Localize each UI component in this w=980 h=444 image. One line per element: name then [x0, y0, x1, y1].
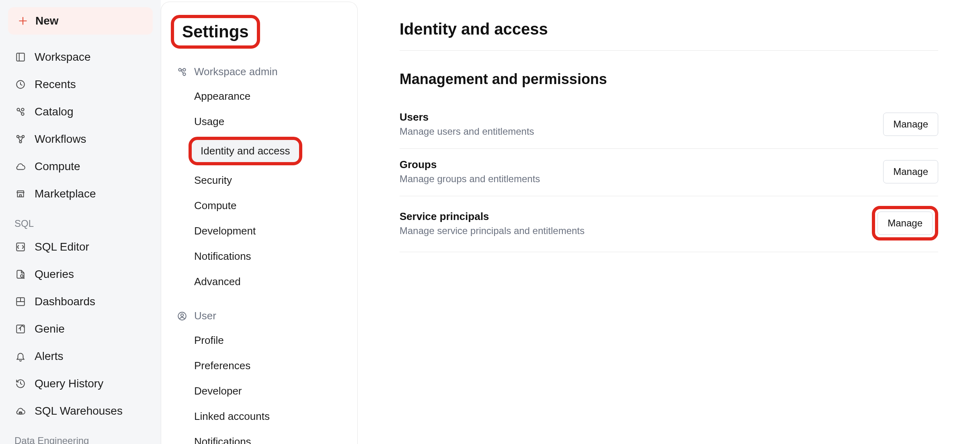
- settings-sidebar: Settings Workspace admin Appearance Usag…: [161, 2, 358, 444]
- manage-service-principals-button[interactable]: Manage: [877, 212, 933, 235]
- sidebar-item-label: Workflows: [35, 133, 86, 146]
- workspace-icon: [14, 52, 27, 62]
- sidebar-group-sql: SQL: [8, 209, 153, 232]
- settings-title-highlight: Settings: [171, 15, 260, 49]
- sidebar-group-data-engineering: Data Engineering: [8, 426, 153, 444]
- warehouse-icon: [14, 406, 27, 416]
- svg-point-7: [21, 108, 24, 111]
- sidebar-item-workspace[interactable]: Workspace: [8, 45, 153, 69]
- sidebar-item-sql-warehouses[interactable]: SQL Warehouses: [8, 399, 153, 423]
- sidebar-item-label: SQL Editor: [35, 240, 89, 253]
- divider: [400, 50, 938, 51]
- clock-icon: [14, 79, 27, 90]
- sidebar-item-label: Alerts: [35, 350, 64, 363]
- sidebar-item-workflows[interactable]: Workflows: [8, 127, 153, 151]
- settings-item-notifications[interactable]: Notifications: [172, 244, 346, 269]
- sidebar-item-label: Query History: [35, 377, 103, 390]
- sidebar-item-queries[interactable]: Queries: [8, 262, 153, 286]
- mgmt-row-title: Users: [400, 111, 534, 123]
- sidebar-item-marketplace[interactable]: Marketplace: [8, 182, 153, 206]
- sidebar-item-label: Genie: [35, 323, 65, 335]
- settings-item-profile[interactable]: Profile: [172, 328, 346, 353]
- workflows-icon: [14, 134, 27, 144]
- settings-item-usage[interactable]: Usage: [172, 109, 346, 134]
- sidebar-primary: New Workspace Recents Catalog Workflows: [0, 0, 161, 444]
- mgmt-row-title: Service principals: [400, 210, 584, 223]
- settings-section-label: User: [194, 310, 216, 322]
- catalog-icon: [14, 107, 27, 117]
- settings-item-advanced[interactable]: Advanced: [172, 269, 346, 294]
- svg-point-25: [183, 68, 186, 71]
- settings-section-label: Workspace admin: [194, 66, 278, 78]
- sidebar-item-dashboards[interactable]: Dashboards: [8, 290, 153, 314]
- settings-item-security[interactable]: Security: [172, 168, 346, 193]
- history-icon: [14, 378, 27, 389]
- sidebar-item-label: Dashboards: [35, 295, 95, 308]
- svg-point-13: [21, 275, 23, 278]
- user-icon: [176, 311, 188, 321]
- mgmt-row-desc: Manage users and entitlements: [400, 126, 534, 137]
- settings-item-developer[interactable]: Developer: [172, 378, 346, 404]
- sidebar-item-label: Marketplace: [35, 187, 96, 200]
- settings-item-appearance[interactable]: Appearance: [172, 84, 346, 109]
- sidebar-item-sql-editor[interactable]: SQL Editor: [8, 235, 153, 259]
- section-title: Management and permissions: [400, 71, 938, 88]
- sidebar-item-label: Catalog: [35, 105, 74, 118]
- settings-section-workspace-admin: Workspace admin: [172, 60, 346, 84]
- page-title: Identity and access: [400, 20, 938, 38]
- settings-item-user-notifications[interactable]: Notifications: [172, 429, 346, 444]
- manage-service-principals-highlight: Manage: [872, 206, 938, 240]
- mgmt-row-service-principals: Service principals Manage service princi…: [400, 196, 938, 252]
- settings-item-label: Identity and access: [201, 145, 290, 157]
- sidebar-item-label: Recents: [35, 78, 76, 91]
- manage-users-button[interactable]: Manage: [883, 113, 938, 136]
- sidebar-item-compute[interactable]: Compute: [8, 154, 153, 179]
- settings-item-development[interactable]: Development: [172, 218, 346, 244]
- new-button-label: New: [35, 14, 59, 27]
- sidebar-item-alerts[interactable]: Alerts: [8, 344, 153, 368]
- svg-point-29: [181, 314, 184, 317]
- bell-icon: [14, 351, 27, 362]
- sql-editor-icon: [14, 242, 27, 252]
- plus-icon: [18, 16, 28, 26]
- svg-rect-2: [16, 53, 25, 61]
- settings-item-linked-accounts[interactable]: Linked accounts: [172, 404, 346, 429]
- settings-section-user: User: [172, 304, 346, 328]
- mgmt-row-desc: Manage service principals and entitlemen…: [400, 225, 584, 236]
- mgmt-row-desc: Manage groups and entitlements: [400, 173, 540, 185]
- sidebar-item-label: Queries: [35, 268, 74, 281]
- mgmt-row-users: Users Manage users and entitlements Mana…: [400, 101, 938, 149]
- sidebar-item-recents[interactable]: Recents: [8, 72, 153, 97]
- marketplace-icon: [14, 189, 27, 199]
- settings-item-preferences[interactable]: Preferences: [172, 353, 346, 378]
- mgmt-row-groups: Groups Manage groups and entitlements Ma…: [400, 149, 938, 196]
- genie-icon: [14, 324, 27, 334]
- settings-title: Settings: [182, 22, 249, 41]
- sidebar-item-label: Workspace: [35, 51, 91, 64]
- mgmt-row-title: Groups: [400, 158, 540, 171]
- manage-groups-button[interactable]: Manage: [883, 160, 938, 183]
- sidebar-item-label: SQL Warehouses: [35, 405, 123, 417]
- settings-item-identity-access[interactable]: Identity and access: [189, 137, 302, 165]
- workspace-admin-icon: [176, 67, 188, 77]
- new-button[interactable]: New: [8, 7, 153, 35]
- queries-icon: [14, 269, 27, 280]
- settings-item-identity-access-wrap: Identity and access: [172, 137, 346, 165]
- settings-item-compute[interactable]: Compute: [172, 193, 346, 218]
- dashboards-icon: [14, 296, 27, 307]
- cloud-icon: [14, 161, 27, 172]
- sidebar-item-catalog[interactable]: Catalog: [8, 100, 153, 124]
- sidebar-item-label: Compute: [35, 160, 80, 173]
- main-content: Identity and access Management and permi…: [358, 0, 980, 444]
- sidebar-item-query-history[interactable]: Query History: [8, 372, 153, 396]
- sidebar-item-genie[interactable]: Genie: [8, 317, 153, 341]
- svg-line-8: [19, 111, 22, 113]
